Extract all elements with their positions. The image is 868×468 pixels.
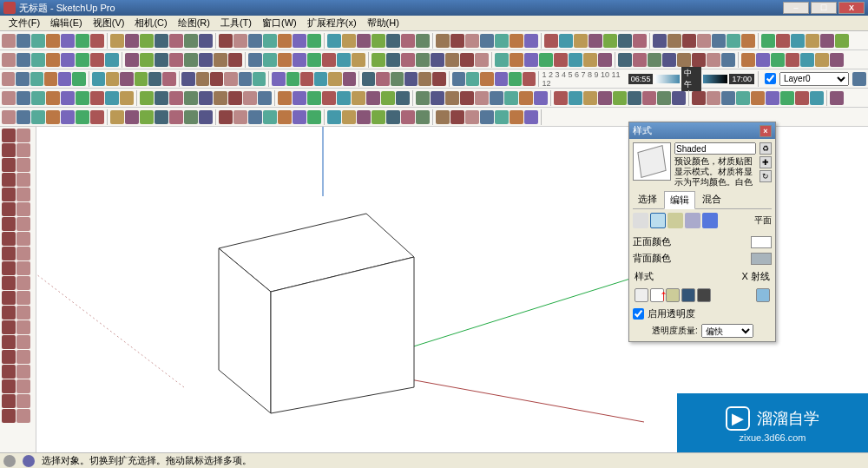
status-icon[interactable]	[23, 455, 35, 467]
toolbar-button[interactable]	[771, 53, 785, 67]
tool-button[interactable]	[16, 129, 30, 142]
toolbar-button[interactable]	[140, 53, 154, 67]
tool-button[interactable]	[2, 379, 16, 393]
menu-window[interactable]: 窗口(W)	[257, 15, 302, 31]
toolbar-button[interactable]	[692, 91, 706, 105]
toolbar-button[interactable]	[140, 110, 154, 124]
toolbar-button[interactable]	[721, 91, 735, 105]
toolbar-button[interactable]	[830, 91, 844, 105]
toolbar-button[interactable]	[386, 34, 400, 48]
toolbar-button[interactable]	[357, 110, 371, 124]
tool-button[interactable]	[16, 202, 30, 216]
toolbar-button[interactable]	[31, 34, 45, 48]
toolbar-button[interactable]	[554, 91, 568, 105]
toolbar-button[interactable]	[210, 72, 223, 86]
toolbar-button[interactable]	[2, 72, 15, 86]
tool-button[interactable]	[2, 261, 16, 275]
toolbar-button[interactable]	[263, 34, 277, 48]
toolbar-button[interactable]	[815, 53, 829, 67]
toolbar-button[interactable]	[574, 34, 588, 48]
toolbar-button[interactable]	[751, 91, 765, 105]
toolbar-button[interactable]	[603, 34, 617, 48]
menu-edit[interactable]: 编辑(E)	[45, 15, 88, 31]
toolbar-button[interactable]	[125, 110, 139, 124]
xray-mode-icon[interactable]	[756, 288, 770, 302]
toolbar-button[interactable]	[199, 110, 213, 124]
toolbar-button[interactable]	[16, 91, 30, 105]
toolbar-button[interactable]	[504, 91, 518, 105]
toolbar-button[interactable]	[633, 53, 647, 67]
toolbar-button[interactable]	[286, 72, 299, 86]
toolbar-button[interactable]	[445, 91, 459, 105]
tool-button[interactable]	[2, 143, 16, 157]
toolbar-button[interactable]	[450, 34, 464, 48]
toolbar-button[interactable]	[396, 91, 410, 105]
toolbar-button[interactable]	[401, 34, 415, 48]
toolbar-button[interactable]	[343, 72, 356, 86]
tool-button[interactable]	[16, 394, 30, 408]
toolbar-button[interactable]	[90, 110, 104, 124]
toolbar-button[interactable]	[327, 110, 341, 124]
toolbar-button[interactable]	[135, 72, 148, 86]
toolbar-button[interactable]	[741, 34, 755, 48]
toolbar-button[interactable]	[480, 34, 494, 48]
toolbar-button[interactable]	[712, 34, 726, 48]
modeling-settings-icon[interactable]	[702, 213, 718, 228]
toolbar-button[interactable]	[16, 53, 30, 67]
toolbar-button[interactable]	[534, 91, 548, 105]
toolbar-button[interactable]	[662, 53, 676, 67]
toolbar-button[interactable]	[524, 53, 538, 67]
tool-button[interactable]	[2, 335, 16, 349]
toolbar-button[interactable]	[61, 110, 75, 124]
toolbar-button[interactable]	[721, 53, 735, 67]
toolbar-button[interactable]	[258, 91, 272, 105]
toolbar-button[interactable]	[559, 34, 573, 48]
toolbar-button[interactable]	[92, 72, 105, 86]
toolbar-button[interactable]	[741, 53, 755, 67]
tool-button[interactable]	[2, 247, 16, 260]
toolbar-button[interactable]	[58, 72, 71, 86]
panel-close-button[interactable]: ×	[760, 125, 772, 137]
toolbar-button[interactable]	[155, 34, 168, 48]
tool-button[interactable]	[16, 143, 30, 157]
toolbar-button[interactable]	[110, 34, 124, 48]
toolbar-button[interactable]	[436, 34, 450, 48]
toolbar-button[interactable]	[416, 53, 430, 67]
background-settings-icon[interactable]	[667, 213, 683, 228]
tool-button[interactable]	[16, 320, 30, 334]
toolbar-button[interactable]	[155, 53, 168, 67]
toolbar-button[interactable]	[830, 53, 844, 67]
toolbar-button[interactable]	[490, 91, 503, 105]
status-icon[interactable]	[3, 455, 16, 467]
toolbar-button[interactable]	[381, 91, 395, 105]
toolbar-button[interactable]	[169, 34, 183, 48]
toolbar-button[interactable]	[162, 72, 175, 86]
toolbar-button[interactable]	[248, 53, 262, 67]
toolbar-button[interactable]	[31, 53, 45, 67]
toolbar-button[interactable]	[618, 34, 632, 48]
toolbar-button[interactable]	[366, 91, 380, 105]
toolbar-button[interactable]	[181, 72, 194, 86]
toolbar-button[interactable]	[648, 53, 661, 67]
toolbar-button[interactable]	[61, 34, 75, 48]
toolbar-button[interactable]	[418, 72, 431, 86]
toolbar-button[interactable]	[524, 110, 538, 124]
toolbar-button[interactable]	[278, 91, 292, 105]
toolbar-button[interactable]	[140, 91, 154, 105]
toolbar-button[interactable]	[583, 91, 597, 105]
toolbar-button[interactable]	[248, 34, 262, 48]
toolbar-button[interactable]	[372, 34, 385, 48]
toolbar-button[interactable]	[653, 34, 667, 48]
toolbar-button[interactable]	[539, 53, 553, 67]
toolbar-button[interactable]	[307, 53, 321, 67]
toolbar-button[interactable]	[214, 53, 227, 67]
toolbar-button[interactable]	[61, 53, 75, 67]
menu-file[interactable]: 文件(F)	[3, 15, 45, 31]
toolbar-button[interactable]	[76, 34, 89, 48]
tool-button[interactable]	[16, 261, 30, 275]
toolbar-button[interactable]	[416, 34, 430, 48]
style-name-input[interactable]	[674, 142, 756, 155]
toolbar-button[interactable]	[416, 91, 430, 105]
toolbar-button[interactable]	[120, 72, 133, 86]
toolbar-button[interactable]	[692, 53, 706, 67]
